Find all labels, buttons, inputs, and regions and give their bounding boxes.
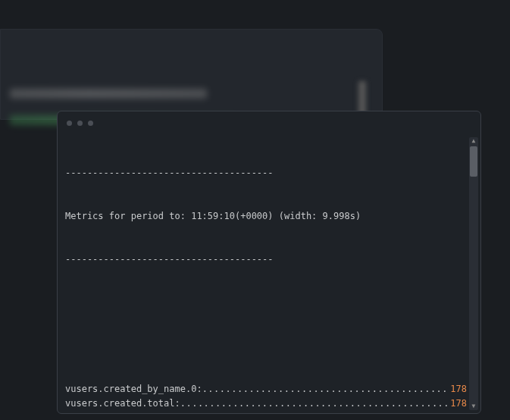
metric-label: vusers.created.total: [65,396,180,411]
metric-value: 4725/sec [420,411,467,414]
blank-line [65,296,467,310]
separator-top: -------------------------------------- [65,166,467,180]
window-control-maximize[interactable] [88,121,93,126]
scroll-down-arrow[interactable]: ▼ [470,403,477,410]
window-control-minimize[interactable] [77,121,83,126]
metric-row: vusers.created.total: ..................… [65,396,467,411]
terminal-body: -------------------------------------- M… [58,134,480,413]
blank-line [65,339,467,353]
blurred-text-line-1 [10,89,207,99]
scrollbar-thumb[interactable] [470,146,477,177]
metric-dots: ........................................… [164,411,420,414]
metric-label: http.request_rate: [65,411,164,414]
scrollbar-track[interactable]: ▲ ▼ [469,137,478,410]
metric-dots: ........................................… [180,396,448,411]
metric-row: vusers.created_by_name.0: ..............… [65,382,467,396]
metric-value: 178 [447,396,467,411]
scroll-up-arrow[interactable]: ▲ [470,137,477,145]
terminal-window: -------------------------------------- M… [57,111,481,414]
terminal-titlebar [58,111,480,134]
terminal-output: -------------------------------------- M… [65,137,467,414]
metric-label: vusers.created_by_name.0: [65,382,202,396]
metric-row: http.request_rate: .....................… [65,411,467,414]
metrics-header: Metrics for period to: 11:59:10(+0000) (… [65,209,467,224]
separator-bottom: -------------------------------------- [65,252,467,267]
metric-value: 178 [447,382,467,396]
window-control-close[interactable] [67,121,72,126]
metric-dots: ........................................… [202,382,448,396]
background-panel [0,29,383,120]
